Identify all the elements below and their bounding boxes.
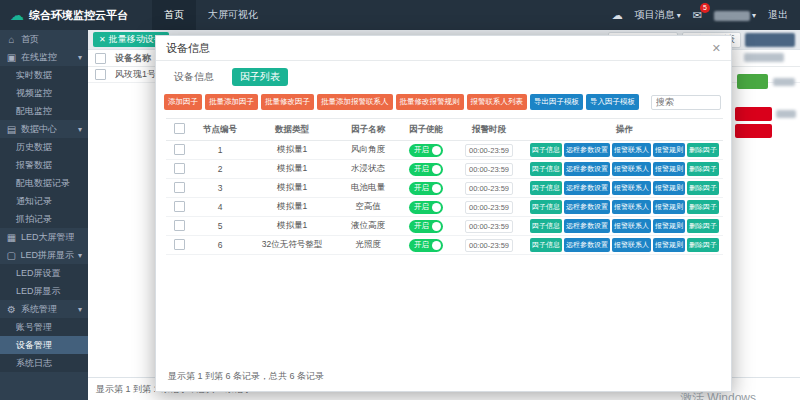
cloud-sync-icon[interactable]: ☁ <box>612 9 623 22</box>
op-远程参数设置[interactable]: 远程参数设置 <box>564 143 610 157</box>
op-报警规则[interactable]: 报警规则 <box>653 143 685 157</box>
sidebar-item-实时数据[interactable]: 实时数据 <box>0 66 88 84</box>
op-远程参数设置[interactable]: 远程参数设置 <box>564 181 610 195</box>
op-因子信息[interactable]: 因子信息 <box>530 181 562 195</box>
toolbar-btn-导入因子模板[interactable]: 导入因子模板 <box>586 94 639 110</box>
modal-header: 设备信息 ✕ <box>156 36 731 61</box>
sidebar-item-报警数据[interactable]: 报警数据 <box>0 156 88 174</box>
row-checkbox[interactable] <box>174 220 185 231</box>
factor-name-cell: 水浸状态 <box>336 160 400 179</box>
op-因子信息[interactable]: 因子信息 <box>530 143 562 157</box>
sidebar-item-账号管理[interactable]: 账号管理 <box>0 318 88 336</box>
op-删除因子[interactable]: 删除因子 <box>687 238 719 252</box>
sidebar-item-首页[interactable]: ⌂首页 <box>0 30 88 48</box>
op-报警规则[interactable]: 报警规则 <box>653 219 685 233</box>
select-all-checkbox[interactable] <box>174 123 185 134</box>
factor-search-input[interactable] <box>651 95 721 110</box>
sidebar-item-系统管理[interactable]: ⚙系统管理▾ <box>0 300 88 318</box>
sidebar-item-数据中心[interactable]: ▤数据中心▾ <box>0 120 88 138</box>
sidebar-item-抓拍记录[interactable]: 抓拍记录 <box>0 210 88 228</box>
topbar-nav-大屏可视化[interactable]: 大屏可视化 <box>196 0 270 30</box>
row-checkbox[interactable] <box>174 144 185 155</box>
toolbar-btn-添加因子[interactable]: 添加因子 <box>164 94 202 110</box>
op-报警规则[interactable]: 报警规则 <box>653 238 685 252</box>
op-因子信息[interactable]: 因子信息 <box>530 162 562 176</box>
op-报警规则[interactable]: 报警规则 <box>653 200 685 214</box>
alarm-period-button[interactable]: 00:00-23:59 <box>465 201 513 214</box>
sidebar-item-设备管理[interactable]: 设备管理 <box>0 336 88 354</box>
sidebar-item-LED拼屏显示[interactable]: ▢LED拼屏显示▾ <box>0 246 88 264</box>
tab-设备信息[interactable]: 设备信息 <box>166 68 222 86</box>
op-报警联系人[interactable]: 报警联系人 <box>612 200 651 214</box>
op-删除因子[interactable]: 删除因子 <box>687 143 719 157</box>
node-id-cell: 3 <box>192 179 248 198</box>
notifications-button[interactable]: ✉ 5 <box>693 9 702 22</box>
op-报警联系人[interactable]: 报警联系人 <box>612 181 651 195</box>
alarm-period-button[interactable]: 00:00-23:59 <box>465 239 513 252</box>
sidebar-item-LED大屏管理[interactable]: ▦LED大屏管理 <box>0 228 88 246</box>
toolbar-btn-批量添加因子[interactable]: 批量添加因子 <box>205 94 258 110</box>
enable-toggle[interactable]: 开启 <box>409 163 443 176</box>
alarm-period-button[interactable]: 00:00-23:59 <box>465 220 513 233</box>
op-远程参数设置[interactable]: 远程参数设置 <box>564 219 610 233</box>
op-报警联系人[interactable]: 报警联系人 <box>612 162 651 176</box>
sidebar-item-LED屏显示[interactable]: LED屏显示 <box>0 282 88 300</box>
op-远程参数设置[interactable]: 远程参数设置 <box>564 238 610 252</box>
sidebar-item-配电监控[interactable]: 配电监控 <box>0 102 88 120</box>
redacted-button[interactable] <box>745 33 795 47</box>
enable-toggle[interactable]: 开启 <box>409 182 443 195</box>
factor-table: 节点编号数据类型因子名称因子使能报警时段操作 1模拟量1风向角度开启00:00-… <box>166 118 723 255</box>
enable-toggle[interactable]: 开启 <box>409 144 443 157</box>
op-删除因子[interactable]: 删除因子 <box>687 181 719 195</box>
row-checkbox[interactable] <box>174 182 185 193</box>
op-报警联系人[interactable]: 报警联系人 <box>612 219 651 233</box>
close-icon[interactable]: ✕ <box>712 42 721 55</box>
toggle-knob <box>432 241 441 250</box>
user-menu[interactable]: ▾ <box>714 9 756 20</box>
project-messages-dropdown[interactable]: 项目消息▾ <box>635 8 681 22</box>
op-远程参数设置[interactable]: 远程参数设置 <box>564 200 610 214</box>
sidebar-item-系统日志[interactable]: 系统日志 <box>0 354 88 372</box>
sidebar-item-视频监控[interactable]: 视频监控 <box>0 84 88 102</box>
op-远程参数设置[interactable]: 远程参数设置 <box>564 162 610 176</box>
factor-name-cell: 空高值 <box>336 198 400 217</box>
toolbar-btn-批量修改报警规则[interactable]: 批量修改报警规则 <box>396 94 464 110</box>
op-删除因子[interactable]: 删除因子 <box>687 200 719 214</box>
enable-toggle[interactable]: 开启 <box>409 239 443 252</box>
topbar-nav-首页[interactable]: 首页 <box>152 0 196 30</box>
row-checkbox[interactable] <box>95 69 106 80</box>
modal-tabs: 设备信息因子列表 <box>156 61 731 90</box>
op-报警联系人[interactable]: 报警联系人 <box>612 143 651 157</box>
toolbar-btn-批量添加报警联系人[interactable]: 批量添加报警联系人 <box>317 94 393 110</box>
select-all-checkbox[interactable] <box>95 53 106 64</box>
row-checkbox[interactable] <box>174 201 185 212</box>
redacted-red-button[interactable] <box>735 107 772 121</box>
alarm-period-button[interactable]: 00:00-23:59 <box>465 144 513 157</box>
toolbar-btn-批量修改因子[interactable]: 批量修改因子 <box>261 94 314 110</box>
tab-因子列表[interactable]: 因子列表 <box>232 68 288 86</box>
sidebar-item-历史数据[interactable]: 历史数据 <box>0 138 88 156</box>
redacted-green-button[interactable] <box>737 74 768 89</box>
alarm-period-button[interactable]: 00:00-23:59 <box>465 163 513 176</box>
toolbar-btn-导出因子模板[interactable]: 导出因子模板 <box>530 94 583 110</box>
redacted-red-button[interactable] <box>735 124 772 138</box>
enable-toggle[interactable]: 开启 <box>409 220 443 233</box>
op-报警联系人[interactable]: 报警联系人 <box>612 238 651 252</box>
row-checkbox[interactable] <box>174 239 185 250</box>
op-报警规则[interactable]: 报警规则 <box>653 181 685 195</box>
op-因子信息[interactable]: 因子信息 <box>530 238 562 252</box>
logout-button[interactable]: 退出 <box>768 8 788 22</box>
toolbar-btn-报警联系人列表[interactable]: 报警联系人列表 <box>467 94 528 110</box>
alarm-period-button[interactable]: 00:00-23:59 <box>465 182 513 195</box>
op-删除因子[interactable]: 删除因子 <box>687 219 719 233</box>
op-因子信息[interactable]: 因子信息 <box>530 219 562 233</box>
sidebar-item-通知记录[interactable]: 通知记录 <box>0 192 88 210</box>
op-报警规则[interactable]: 报警规则 <box>653 162 685 176</box>
row-checkbox[interactable] <box>174 163 185 174</box>
op-因子信息[interactable]: 因子信息 <box>530 200 562 214</box>
enable-toggle[interactable]: 开启 <box>409 201 443 214</box>
sidebar-item-配电数据记录[interactable]: 配电数据记录 <box>0 174 88 192</box>
op-删除因子[interactable]: 删除因子 <box>687 162 719 176</box>
sidebar-item-LED屏设置[interactable]: LED屏设置 <box>0 264 88 282</box>
sidebar-item-在线监控[interactable]: ▣在线监控▾ <box>0 48 88 66</box>
